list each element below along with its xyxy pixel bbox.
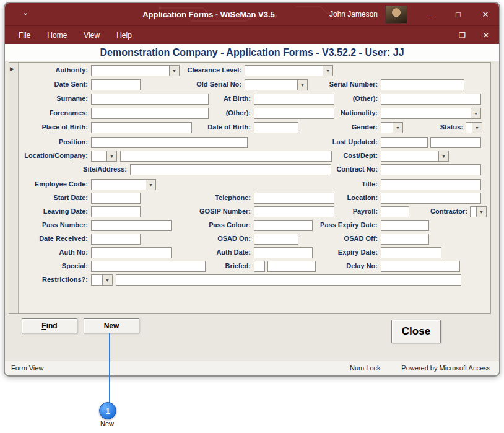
contract-no-input[interactable] [381, 164, 481, 175]
forenames-other-label: (Other): [170, 109, 251, 118]
telephone-label: Telephone: [170, 194, 251, 203]
restore-down-icon[interactable]: ❐ [459, 31, 466, 40]
minimize-icon: — [427, 10, 435, 19]
ribbon-window-controls: ❐ ✕ [459, 26, 489, 45]
auth-no-input[interactable] [91, 247, 172, 258]
expiry-date-input[interactable] [381, 247, 441, 258]
restrictions-label: Restrictions?: [7, 276, 88, 284]
location-input[interactable] [381, 193, 481, 204]
auth-no-label: Auth No: [7, 248, 88, 257]
osad-on-label: OSAD On: [170, 235, 251, 243]
date-sent-input[interactable] [91, 79, 141, 90]
nationality-combobox[interactable]: ▼ [381, 108, 481, 119]
expiry-date-label: Expiry Date: [297, 248, 378, 257]
position-input[interactable] [91, 137, 248, 148]
new-button[interactable]: New [84, 318, 139, 333]
maximize-button[interactable]: □ [445, 3, 472, 25]
close-button[interactable]: Close [391, 320, 441, 343]
location-company-label: Location/Company: [7, 152, 88, 160]
date-sent-label: Date Sent: [7, 81, 88, 89]
special-label: Special: [7, 262, 88, 271]
at-birth-label: At Birth: [170, 95, 251, 103]
last-updated-time-input[interactable] [430, 137, 481, 148]
last-updated-date-input[interactable] [381, 137, 428, 148]
pass-expiry-date-label: Pass Expiry Date: [297, 221, 378, 230]
leaving-date-label: Leaving Date: [7, 208, 88, 216]
contract-no-label: Contract No: [297, 165, 378, 174]
surname-label: Surname: [7, 95, 88, 103]
close-window-button[interactable]: ✕ [472, 3, 499, 25]
menu-help[interactable]: Help [116, 31, 132, 40]
surname-other-input[interactable] [381, 94, 481, 105]
num-lock-status: Num Lock [350, 364, 381, 372]
menu-file[interactable]: File [19, 31, 30, 40]
user-name[interactable]: John Jameson [329, 10, 378, 19]
date-received-input[interactable] [91, 234, 141, 245]
osad-off-input[interactable] [381, 234, 429, 245]
chevron-down-icon[interactable]: ▼ [438, 151, 448, 161]
forenames-label: Forenames: [7, 109, 88, 118]
restrictions-combobox[interactable]: ▼ [91, 274, 113, 286]
briefed-checkbox-input[interactable] [254, 261, 265, 272]
chevron-down-icon[interactable]: ▼ [472, 123, 482, 133]
title-input[interactable] [381, 179, 481, 190]
chevron-down-icon[interactable]: ▼ [471, 108, 480, 118]
status-bar: Form View Num Lock Powered by Microsoft … [5, 361, 499, 375]
employee-code-combobox[interactable]: ▼ [91, 179, 156, 190]
status-label: Status: [401, 123, 463, 132]
date-of-birth-input[interactable] [254, 122, 298, 133]
delay-no-input[interactable] [381, 261, 460, 272]
restrictions-input[interactable] [116, 274, 461, 286]
application-window: ⌄ Application Forms - WiSeMan V3.5 John … [4, 2, 500, 377]
chevron-down-icon[interactable]: ▼ [146, 180, 155, 190]
minimize-button[interactable]: — [417, 3, 445, 25]
user-avatar[interactable] [385, 6, 407, 24]
pass-colour-label: Pass Colour: [170, 221, 251, 230]
serial-number-label: Serial Number: [297, 81, 378, 89]
cost-dept-combobox[interactable]: ▼ [381, 151, 449, 162]
position-label: Position: [7, 138, 88, 147]
site-address-label: Site/Address: [28, 165, 127, 174]
powered-by-status: Powered by Microsoft Access [401, 364, 490, 372]
titlebar-right: John Jameson — □ ✕ [329, 3, 499, 25]
osad-on-input[interactable] [254, 234, 298, 245]
find-rest: ind [46, 321, 58, 330]
leaving-date-input[interactable] [91, 206, 141, 217]
chevron-down-icon[interactable]: ▼ [102, 275, 112, 285]
quick-access-chevron-icon[interactable]: ⌄ [20, 9, 31, 17]
callout-label: New [87, 420, 127, 427]
start-date-label: Start Date: [7, 194, 88, 203]
location-company-combobox[interactable]: ▼ [91, 151, 117, 162]
old-serial-no-label: Old Serial No: [161, 81, 241, 89]
start-date-input[interactable] [91, 193, 141, 204]
date-received-label: Date Received: [7, 235, 88, 243]
cost-dept-label: Cost/Dept: [297, 152, 378, 160]
date-of-birth-label: Date of Birth: [170, 123, 251, 132]
pass-expiry-date-input[interactable] [381, 220, 429, 231]
clearance-level-combobox[interactable]: ▼ [245, 65, 333, 76]
place-of-birth-label: Place of Birth: [7, 123, 88, 132]
menu-home[interactable]: Home [47, 31, 67, 40]
find-button[interactable]: Find [22, 318, 77, 333]
chevron-down-icon[interactable]: ▼ [476, 207, 486, 217]
nationality-label: Nationality: [297, 109, 378, 118]
serial-number-input[interactable] [381, 79, 464, 90]
pass-number-input[interactable] [91, 220, 172, 231]
last-updated-label: Last Updated: [297, 138, 378, 147]
callout-connector-line [109, 333, 110, 403]
employee-code-label: Employee Code: [7, 180, 88, 189]
menu-view[interactable]: View [84, 31, 100, 40]
status-combobox[interactable]: ▼ [466, 122, 482, 133]
gender-combobox[interactable]: ▼ [381, 122, 403, 133]
menu-items: File Home View Help [19, 26, 132, 45]
title-label: Title: [297, 180, 378, 189]
gender-label: Gender: [297, 123, 378, 132]
pass-number-label: Pass Number: [7, 221, 88, 230]
contractor-combobox[interactable]: ▼ [470, 206, 487, 217]
chevron-down-icon[interactable]: ▼ [106, 151, 116, 161]
briefed-label: Briefed: [170, 262, 251, 271]
delay-no-label: Delay No: [297, 262, 378, 271]
close-document-icon[interactable]: ✕ [483, 31, 489, 40]
chevron-down-icon[interactable]: ▼ [323, 66, 332, 76]
close-icon: ✕ [482, 10, 489, 19]
